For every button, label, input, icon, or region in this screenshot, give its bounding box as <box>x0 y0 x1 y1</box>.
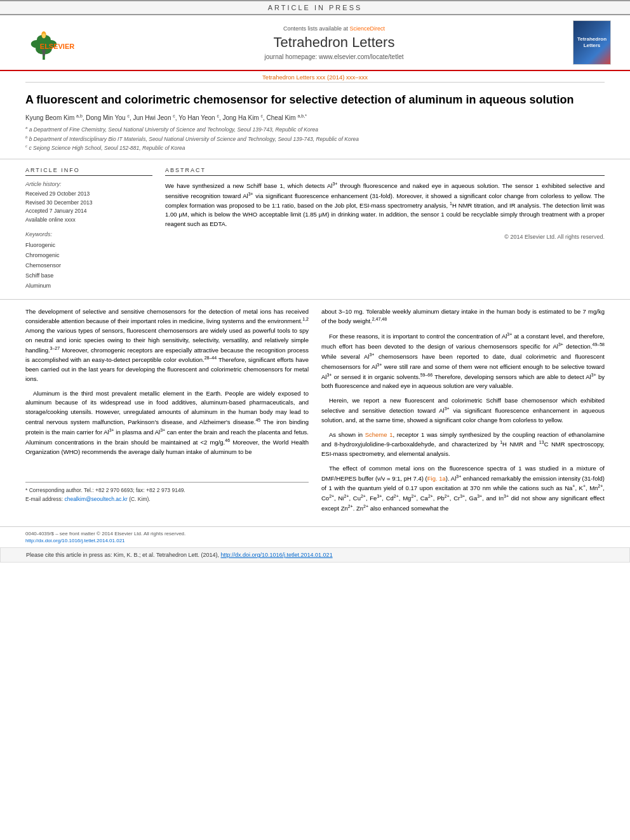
article-in-press-banner: ARTICLE IN PRESS <box>0 0 630 15</box>
email-link[interactable]: chealkim@seoultech.ac.kr <box>64 496 127 502</box>
article-info-col: ARTICLE INFO Article history: Received 2… <box>25 167 152 291</box>
body-para-r4: As shown in Scheme 1, receptor 1 was sim… <box>321 430 605 459</box>
svg-point-7 <box>42 33 46 37</box>
article-info-heading: ARTICLE INFO <box>25 167 152 176</box>
journal-meta-line: Tetrahedron Letters xxx (2014) xxx–xxx <box>0 71 630 82</box>
abstract-heading: ABSTRACT <box>165 167 605 176</box>
article-info-abstract-section: ARTICLE INFO Article history: Received 2… <box>0 159 630 299</box>
affiliation-a: a a Department of Fine Chemistry, Seoul … <box>25 126 605 133</box>
footer-doi[interactable]: http://dx.doi.org/10.1016/j.tetlet.2014.… <box>25 538 605 543</box>
received-date: Received 29 October 2013 <box>25 190 152 199</box>
copyright-line: © 2014 Elsevier Ltd. All rights reserved… <box>165 234 605 240</box>
elsevier-logo-svg: ELSEVIER <box>22 25 92 60</box>
body-para-r5: The effect of common metal ions on the f… <box>321 464 605 514</box>
sciencedirect-link[interactable]: ScienceDirect <box>350 25 385 32</box>
keyword-3: Chemosensor <box>25 260 152 270</box>
body-para-r1: about 3–10 mg. Tolerable weekly aluminum… <box>321 307 605 327</box>
elsevier-logo-block: ELSEVIER <box>13 25 102 60</box>
body-para-r2: For these reasons, it is important to co… <box>321 331 605 391</box>
abstract-col: ABSTRACT We have synthesized a new Schif… <box>165 167 605 291</box>
body-col-left: The development of selective and sensiti… <box>25 307 309 519</box>
fig1a-link[interactable]: Fig. 1a <box>427 475 446 482</box>
revised-date: Revised 30 December 2013 <box>25 199 152 208</box>
cite-text: Please cite this article in press as: Ki… <box>26 552 219 558</box>
keywords-section: Keywords: Fluorogenic Chromogenic Chemos… <box>25 231 152 291</box>
article-dates: Received 29 October 2013 Revised 30 Dece… <box>25 190 152 224</box>
keywords-list: Fluorogenic Chromogenic Chemosensor Schi… <box>25 240 152 291</box>
article-title-block: A fluorescent and colorimetric chemosens… <box>0 83 630 159</box>
journal-info-center: Contents lists available at ScienceDirec… <box>102 25 566 60</box>
journal-header: ELSEVIER Contents lists available at Sci… <box>0 15 630 71</box>
abstract-text: We have synthesized a new Schiff base 1,… <box>165 181 605 229</box>
svg-text:ELSEVIER: ELSEVIER <box>40 42 74 50</box>
body-para-r3: Herein, we report a new fluorescent and … <box>321 396 605 425</box>
body-col-right: about 3–10 mg. Tolerable weekly aluminum… <box>321 307 605 519</box>
journal-title: Tetrahedron Letters <box>102 34 566 51</box>
affiliation-c: c c Sejong Science High School, Seoul 15… <box>25 144 605 151</box>
scheme1-link[interactable]: Scheme 1 <box>365 431 393 438</box>
footnote-corresponding: * Corresponding author. Tel.: +82 2 970 … <box>25 486 309 495</box>
history-label: Article history: <box>25 181 152 187</box>
affiliation-b: b b Department of Interdisciplinary Bio … <box>25 135 605 142</box>
cite-bar: Please cite this article in press as: Ki… <box>0 547 630 563</box>
svg-rect-9 <box>43 52 45 56</box>
keyword-4: Schiff base <box>25 270 152 281</box>
body-section: The development of selective and sensiti… <box>0 300 630 527</box>
contents-text: Contents lists available at <box>283 25 348 32</box>
article-authors: Kyung Beom Kim a,b, Dong Min You c, Jun … <box>25 114 605 121</box>
journal-homepage: journal homepage: www.elsevier.com/locat… <box>102 53 566 60</box>
keyword-5: Aluminum <box>25 281 152 291</box>
footer-bar: 0040-4039/$ – see front matter © 2014 El… <box>0 526 630 547</box>
cite-doi-link[interactable]: http://dx.doi.org/10.1016/j.tetlet.2014.… <box>221 552 333 558</box>
footnote-email: E-mail address: chealkim@seoultech.ac.kr… <box>25 495 309 504</box>
footnotes-block: * Corresponding author. Tel.: +82 2 970 … <box>25 482 309 503</box>
footer-issn: 0040-4039/$ – see front matter © 2014 El… <box>25 531 605 537</box>
body-para-2: Aluminum is the third most prevalent met… <box>25 389 309 457</box>
body-para-1: The development of selective and sensiti… <box>25 307 309 384</box>
journal-cover-block: TetrahedronLetters <box>566 20 617 65</box>
accepted-date: Accepted 7 January 2014 <box>25 207 152 216</box>
online-date: Available online xxxx <box>25 216 152 225</box>
keywords-label: Keywords: <box>25 231 152 237</box>
article-title: A fluorescent and colorimetric chemosens… <box>25 93 605 107</box>
contents-header: Contents lists available at ScienceDirec… <box>102 25 566 32</box>
keyword-1: Fluorogenic <box>25 240 152 250</box>
keyword-2: Chromogenic <box>25 250 152 260</box>
journal-cover-image: TetrahedronLetters <box>573 20 611 65</box>
